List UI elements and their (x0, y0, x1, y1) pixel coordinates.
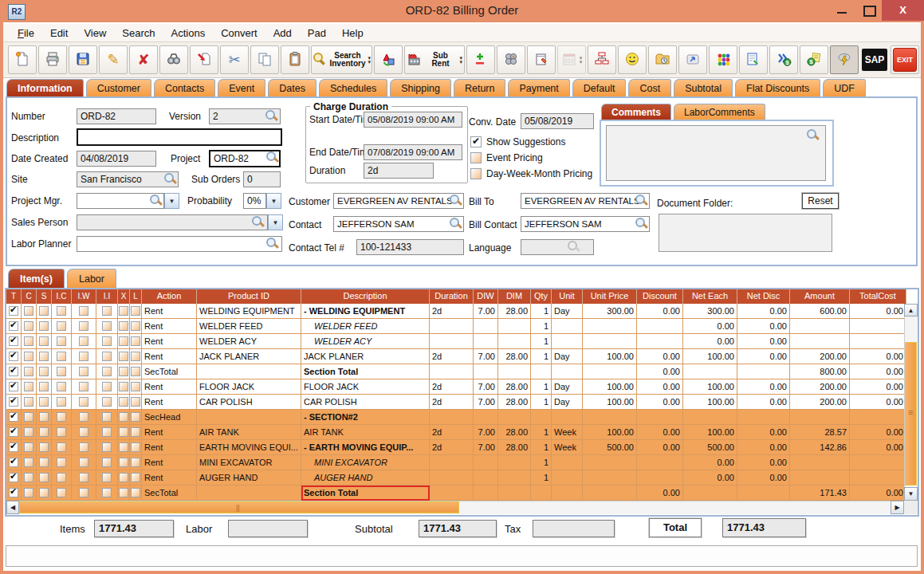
checkbox-cell[interactable] (118, 319, 130, 334)
menu-view[interactable]: View (76, 26, 114, 41)
checkbox-cell[interactable] (52, 379, 72, 395)
cell-total-cost[interactable]: 0.00 (850, 440, 906, 455)
cell-unit-price[interactable] (583, 319, 637, 334)
cell-unit[interactable] (552, 455, 583, 470)
checkbox-cell[interactable] (96, 440, 118, 455)
row-checkbox[interactable] (57, 427, 66, 437)
checkbox-cell[interactable] (130, 364, 142, 379)
cell-amount[interactable]: 800.00 (790, 364, 850, 379)
dollar-forward-button[interactable]: $ (769, 45, 798, 74)
cell-total-cost[interactable]: 0.00 (850, 364, 906, 379)
checkbox-cell[interactable] (72, 364, 96, 379)
checkbox-cell[interactable] (22, 410, 37, 425)
row-checkbox[interactable] (24, 367, 33, 376)
column-header-action[interactable]: Action (142, 289, 197, 304)
cell-unit[interactable] (552, 470, 583, 486)
sap-button[interactable]: SAP (860, 45, 889, 74)
checkbox-cell[interactable] (37, 486, 52, 501)
row-checkbox-checked[interactable] (9, 367, 18, 376)
cell-product-id[interactable]: AUGER HAND (197, 470, 301, 486)
row-checkbox[interactable] (131, 306, 140, 316)
cell-diw[interactable]: 7.00 (474, 425, 498, 440)
cell-discount[interactable] (637, 334, 683, 349)
cell-total-cost[interactable]: 0.00 (850, 486, 906, 501)
row-checkbox[interactable] (57, 473, 66, 482)
checkbox-cell[interactable] (22, 364, 37, 379)
cell-dim[interactable]: 28.00 (498, 395, 531, 410)
row-checkbox[interactable] (24, 473, 33, 482)
checkbox-cell[interactable] (130, 410, 142, 425)
cell-diw[interactable]: 7.00 (474, 349, 498, 364)
checkbox-cell[interactable] (118, 410, 130, 425)
column-header-qty[interactable]: Qty (531, 289, 552, 304)
row-checkbox[interactable] (119, 352, 128, 361)
row-checkbox[interactable] (102, 473, 112, 482)
site-field[interactable]: San Francisco (77, 171, 179, 187)
cell-unit[interactable] (552, 410, 583, 425)
checkbox-cell[interactable] (22, 304, 37, 319)
cell-diw[interactable]: 7.00 (474, 440, 498, 455)
row-checkbox[interactable] (79, 412, 88, 422)
cell-qty[interactable] (531, 486, 552, 501)
cell-action[interactable]: Rent (142, 395, 197, 410)
checkbox-cell[interactable] (118, 395, 130, 410)
cell-dim[interactable]: 28.00 (498, 425, 531, 440)
checkbox-cell[interactable] (22, 379, 37, 395)
print-button[interactable] (38, 45, 67, 74)
cell-net-each[interactable]: 300.00 (683, 304, 737, 319)
row-checkbox[interactable] (24, 412, 33, 422)
sales-person-chevron-down-icon[interactable] (268, 214, 283, 230)
checkbox-cell[interactable] (52, 425, 72, 440)
checkbox-cell[interactable] (37, 455, 52, 470)
row-checkbox[interactable] (102, 412, 112, 422)
checkbox-cell[interactable] (130, 379, 142, 395)
row-checkbox[interactable] (24, 382, 33, 391)
checkbox-cell[interactable] (22, 319, 37, 334)
row-checkbox[interactable] (79, 458, 88, 467)
cell-dim[interactable] (498, 319, 531, 334)
cell-action[interactable]: Rent (142, 455, 197, 470)
checkbox-cell[interactable] (6, 470, 22, 486)
checkbox-cell[interactable] (118, 364, 130, 379)
cell-duration[interactable]: 2d (430, 395, 474, 410)
tab-information[interactable]: Information (6, 79, 84, 97)
cell-diw[interactable] (474, 486, 498, 501)
cell-total-cost[interactable]: 0.00 (850, 379, 906, 395)
row-checkbox-checked[interactable] (9, 306, 18, 316)
document-folder-textarea[interactable] (659, 214, 832, 252)
column-header-description[interactable]: Description (301, 289, 430, 304)
tab-default[interactable]: Default (572, 79, 627, 97)
chevron-down-icon[interactable]: ▾▾ (580, 56, 583, 64)
row-checkbox[interactable] (39, 306, 49, 316)
checkbox-cell[interactable] (130, 334, 142, 349)
checkbox-cell[interactable] (52, 304, 72, 319)
checkbox-cell[interactable] (130, 486, 142, 501)
row-checkbox[interactable] (57, 352, 66, 361)
customer-field[interactable]: EVERGREEN AV RENTALS (333, 193, 464, 209)
cell-description[interactable]: WELDER ACY (301, 334, 430, 349)
cell-duration[interactable]: 2d (430, 425, 474, 440)
cell-total-cost[interactable] (850, 455, 906, 470)
search-inventory-button[interactable]: Search Inventory▾▾ (311, 45, 372, 74)
row-checkbox[interactable] (119, 488, 128, 497)
cell-total-cost[interactable]: 0.00 (850, 395, 906, 410)
cell-action[interactable]: SecHead (142, 410, 197, 425)
cell-unit-price[interactable] (583, 364, 637, 379)
comments-search-icon[interactable] (807, 129, 820, 142)
checkbox-cell[interactable] (130, 470, 142, 486)
cell-dim[interactable] (498, 410, 531, 425)
checkbox-cell[interactable] (96, 304, 118, 319)
cell-description[interactable]: AIR TANK (301, 425, 430, 440)
row-checkbox[interactable] (119, 473, 128, 482)
save-button[interactable] (69, 45, 97, 74)
cell-action[interactable]: Rent (142, 440, 197, 455)
end-datetime-field[interactable]: 07/08/2019 09:00 AM (364, 144, 462, 160)
project-mgr-chevron-down-icon[interactable] (164, 193, 179, 209)
checkbox-cell[interactable] (6, 334, 22, 349)
cell-product-id[interactable]: FLOOR JACK (197, 379, 301, 395)
cell-description[interactable]: Section Total (301, 486, 430, 501)
cell-amount[interactable]: 200.00 (790, 379, 850, 395)
cell-action[interactable]: Rent (142, 349, 197, 364)
cell-description[interactable]: AUGER HAND (301, 470, 430, 486)
cell-unit-price[interactable]: 100.00 (583, 425, 637, 440)
